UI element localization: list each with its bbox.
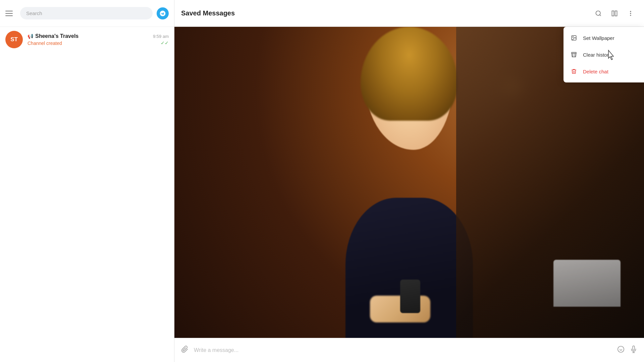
set-wallpaper-label: Set Wallpaper <box>583 35 614 41</box>
clear-history-label: Clear history <box>583 52 611 58</box>
search-bar[interactable] <box>20 7 153 19</box>
context-menu: Set Wallpaper Clear history Delete chat <box>564 27 644 82</box>
message-input[interactable] <box>194 347 612 353</box>
trash-icon <box>570 68 578 75</box>
search-header-button[interactable] <box>592 7 605 20</box>
header-actions <box>592 7 637 20</box>
page-title: Saved Messages <box>181 9 592 17</box>
svg-point-0 <box>596 11 600 15</box>
chat-meta: 9:59 am ✓✓ <box>153 34 169 46</box>
sidebar-header <box>0 0 174 27</box>
svg-rect-1 <box>612 11 614 16</box>
delete-chat-label: Delete chat <box>583 69 608 74</box>
telegram-icon <box>157 7 169 19</box>
mic-button[interactable] <box>630 346 637 355</box>
attach-button[interactable] <box>181 346 189 355</box>
svg-point-4 <box>630 13 631 14</box>
sidebar: ST 📢 Sheena's Travels Channel created 9:… <box>0 0 174 362</box>
set-wallpaper-menu-item[interactable]: Set Wallpaper <box>564 29 644 46</box>
clear-history-menu-item[interactable]: Clear history <box>564 46 644 63</box>
more-options-button[interactable] <box>624 7 637 20</box>
chat-preview: Channel created <box>28 41 148 46</box>
wallpaper-icon <box>570 34 578 42</box>
menu-button[interactable] <box>5 8 16 19</box>
main-header: Saved Messages <box>174 0 644 27</box>
columns-button[interactable] <box>608 7 621 20</box>
search-input[interactable] <box>26 10 147 16</box>
chat-item[interactable]: ST 📢 Sheena's Travels Channel created 9:… <box>0 27 174 52</box>
chat-name: Sheena's Travels <box>35 33 78 39</box>
chat-info: 📢 Sheena's Travels Channel created <box>28 33 148 46</box>
svg-point-5 <box>630 15 631 16</box>
broom-icon <box>570 51 578 58</box>
channel-icon: 📢 <box>28 34 33 39</box>
delete-chat-menu-item[interactable]: Delete chat <box>564 63 644 80</box>
emoji-button[interactable] <box>617 346 625 355</box>
svg-point-12 <box>573 37 573 37</box>
read-check-icon: ✓✓ <box>161 40 169 46</box>
chat-list: ST 📢 Sheena's Travels Channel created 9:… <box>0 27 174 362</box>
avatar: ST <box>5 31 23 48</box>
svg-point-6 <box>618 346 624 352</box>
svg-rect-2 <box>615 11 617 16</box>
chat-time: 9:59 am <box>153 34 169 39</box>
message-input-area <box>174 338 644 362</box>
main-panel: — ❐ ✕ Saved Messages <box>174 0 644 362</box>
chat-name-row: 📢 Sheena's Travels <box>28 33 148 39</box>
svg-point-3 <box>630 11 631 12</box>
